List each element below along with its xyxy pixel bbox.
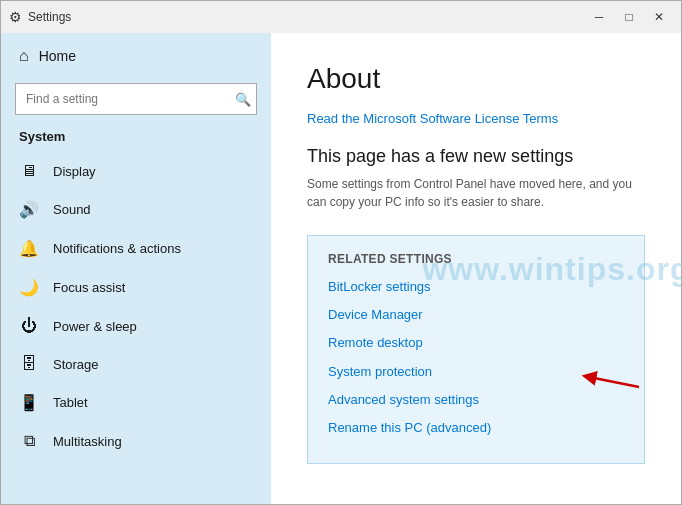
sidebar-item-tablet[interactable]: 📱 Tablet	[1, 383, 271, 422]
sidebar-item-storage[interactable]: 🗄 Storage	[1, 345, 271, 383]
display-icon: 🖥	[19, 162, 39, 180]
bitlocker-link[interactable]: BitLocker settings	[328, 278, 624, 296]
sidebar-item-tablet-label: Tablet	[53, 395, 88, 410]
sidebar-item-notifications-label: Notifications & actions	[53, 241, 181, 256]
window-title: Settings	[28, 10, 71, 24]
search-icon[interactable]: 🔍	[235, 92, 251, 107]
rename-pc-link[interactable]: Rename this PC (advanced)	[328, 419, 624, 437]
title-bar: ⚙ Settings ─ □ ✕	[1, 1, 681, 33]
notifications-icon: 🔔	[19, 239, 39, 258]
main-panel: www.wintips.org About Read the Microsoft…	[271, 33, 681, 504]
sidebar-home-label: Home	[39, 48, 76, 64]
license-link[interactable]: Read the Microsoft Software License Term…	[307, 111, 645, 126]
tablet-icon: 📱	[19, 393, 39, 412]
sidebar-item-display-label: Display	[53, 164, 96, 179]
search-box: 🔍	[15, 83, 257, 115]
focus-icon: 🌙	[19, 278, 39, 297]
sidebar-item-storage-label: Storage	[53, 357, 99, 372]
sidebar: ⌂ Home 🔍 System 🖥 Display 🔊 Sound 🔔 Noti…	[1, 33, 271, 504]
new-settings-desc: Some settings from Control Panel have mo…	[307, 175, 645, 211]
maximize-button[interactable]: □	[615, 6, 643, 28]
device-manager-link[interactable]: Device Manager	[328, 306, 624, 324]
multitasking-icon: ⧉	[19, 432, 39, 450]
advanced-system-settings-link[interactable]: Advanced system settings	[328, 391, 624, 409]
page-title: About	[307, 63, 645, 95]
sidebar-section-title: System	[1, 125, 271, 152]
sidebar-item-power[interactable]: ⏻ Power & sleep	[1, 307, 271, 345]
home-icon: ⌂	[19, 47, 29, 65]
settings-window: ⚙ Settings ─ □ ✕ ⌂ Home 🔍 System 🖥 Displ…	[0, 0, 682, 505]
title-bar-controls: ─ □ ✕	[585, 6, 673, 28]
content-area: ⌂ Home 🔍 System 🖥 Display 🔊 Sound 🔔 Noti…	[1, 33, 681, 504]
sidebar-item-power-label: Power & sleep	[53, 319, 137, 334]
sidebar-item-sound[interactable]: 🔊 Sound	[1, 190, 271, 229]
settings-icon: ⚙	[9, 9, 22, 25]
sidebar-item-multitasking[interactable]: ⧉ Multitasking	[1, 422, 271, 460]
search-input[interactable]	[15, 83, 257, 115]
sidebar-item-sound-label: Sound	[53, 202, 91, 217]
sidebar-item-notifications[interactable]: 🔔 Notifications & actions	[1, 229, 271, 268]
sound-icon: 🔊	[19, 200, 39, 219]
related-settings-box: Related settings BitLocker settings Devi…	[307, 235, 645, 464]
sidebar-item-focus-label: Focus assist	[53, 280, 125, 295]
close-button[interactable]: ✕	[645, 6, 673, 28]
new-settings-heading: This page has a few new settings	[307, 146, 645, 167]
title-bar-left: ⚙ Settings	[9, 9, 71, 25]
sidebar-item-multitasking-label: Multitasking	[53, 434, 122, 449]
remote-desktop-link[interactable]: Remote desktop	[328, 334, 624, 352]
related-settings-title: Related settings	[328, 252, 624, 266]
storage-icon: 🗄	[19, 355, 39, 373]
power-icon: ⏻	[19, 317, 39, 335]
sidebar-item-home[interactable]: ⌂ Home	[1, 33, 271, 79]
minimize-button[interactable]: ─	[585, 6, 613, 28]
system-protection-link[interactable]: System protection	[328, 363, 624, 381]
sidebar-item-display[interactable]: 🖥 Display	[1, 152, 271, 190]
sidebar-item-focus[interactable]: 🌙 Focus assist	[1, 268, 271, 307]
